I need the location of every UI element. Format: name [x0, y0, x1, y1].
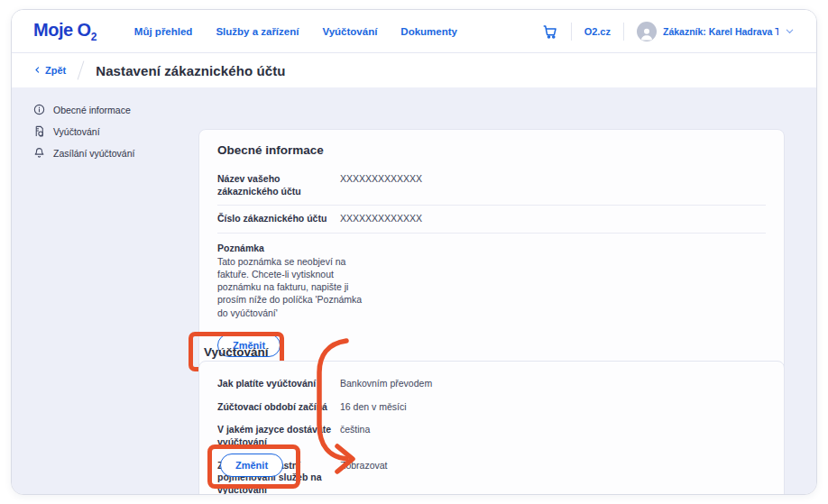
logo-subscript: 2 — [91, 31, 97, 43]
chevron-down-icon — [785, 23, 795, 40]
top-navigation-bar: Moje O2 Můj přehled Služby a zařízení Vy… — [12, 10, 816, 53]
field-value: čeština — [340, 424, 370, 448]
sidebar-item-label: Zasílání vyúčtování — [53, 148, 134, 159]
info-icon — [33, 104, 45, 115]
back-label: Zpět — [45, 65, 66, 76]
account-number-row: Číslo zákaznického účtu XXXXXXXXXXXXX — [217, 206, 766, 234]
note-block: Poznámka Tato poznámka se neobjeví na fa… — [217, 243, 369, 319]
field-label: Číslo zákaznického účtu — [217, 213, 340, 225]
app-window: Moje O2 Můj přehled Služby a zařízení Vy… — [11, 9, 817, 495]
sidebar-item-label: Obecné informace — [53, 105, 131, 115]
payment-method-row: Jak platíte vyúčtování Bankovním převode… — [217, 372, 766, 396]
bell-icon — [33, 147, 45, 159]
field-value: Bankovním převodem — [340, 378, 432, 390]
page-title: Nastavení zákaznického účtu — [96, 63, 285, 78]
annotation-box-billing-change: Změnit — [207, 444, 300, 489]
nav-item-vyuctovani[interactable]: Vyúčtování — [322, 26, 377, 37]
logo-text: Moje O — [33, 20, 91, 40]
billing-card: Jak platíte vyúčtování Bankovním převode… — [198, 361, 785, 495]
general-info-title: Obecné informace — [217, 143, 766, 157]
field-value: XXXXXXXXXXXXX — [340, 213, 422, 225]
main-area: Obecné informace Vyúčtování Zasílání vyú… — [12, 87, 816, 495]
billing-period-row: Zúčtovací období začíná 16 den v měsíci — [217, 396, 766, 419]
field-value: XXXXXXXXXXXXX — [340, 173, 422, 197]
settings-sidebar: Obecné informace Vyúčtování Zasílání vyú… — [33, 104, 178, 169]
cart-icon[interactable] — [542, 23, 558, 40]
billing-section-title: Vyúčtování — [204, 345, 269, 359]
breadcrumb: Zpět Nastavení zákaznického účtu — [12, 53, 816, 87]
account-name-row: Název vašeho zákaznického účtu XXXXXXXXX… — [217, 166, 766, 206]
field-label: Jak platíte vyúčtování — [217, 378, 340, 390]
sidebar-item-obecne-informace[interactable]: Obecné informace — [33, 104, 178, 115]
back-button[interactable]: Zpět — [33, 65, 66, 76]
invoice-icon — [33, 125, 45, 137]
field-value: Zobrazovat — [340, 460, 388, 495]
breadcrumb-divider — [78, 60, 85, 79]
general-info-card: Obecné informace Název vašeho zákaznické… — [198, 129, 785, 374]
main-nav: Můj přehled Služby a zařízení Vyúčtování… — [134, 26, 457, 37]
chevron-left-icon — [33, 65, 41, 76]
sidebar-item-label: Vyúčtování — [53, 126, 100, 137]
divider — [571, 23, 572, 41]
avatar — [637, 22, 657, 41]
field-value: 16 den v měsíci — [340, 401, 407, 414]
account-switcher[interactable]: Zákazník: Karel Hadrava Te... — [637, 22, 795, 41]
account-label: Zákazník: Karel Hadrava Te... — [663, 26, 778, 37]
field-label: Zúčtovací období začíná — [217, 401, 340, 414]
nav-item-muj-prehled[interactable]: Můj přehled — [134, 26, 193, 37]
moje-o2-logo[interactable]: Moje O2 — [33, 20, 97, 43]
nav-item-dokumenty[interactable]: Dokumenty — [400, 26, 457, 37]
field-label: Název vašeho zákaznického účtu — [217, 173, 340, 197]
nav-item-sluzby-a-zarizeni[interactable]: Služby a zařízení — [216, 26, 299, 37]
note-text: Tato poznámka se neobjeví na faktuře. Ch… — [217, 255, 369, 319]
sidebar-item-vyuctovani[interactable]: Vyúčtování — [33, 125, 178, 137]
topbar-right: O2.cz Zákazník: Karel Hadrava Te... — [542, 22, 795, 41]
sidebar-item-zasilani-vyuctovani[interactable]: Zasílání vyúčtování — [33, 147, 178, 159]
divider — [623, 23, 624, 41]
o2cz-link[interactable]: O2.cz — [584, 26, 611, 37]
billing-change-button[interactable]: Změnit — [220, 454, 283, 477]
note-label: Poznámka — [217, 243, 369, 253]
